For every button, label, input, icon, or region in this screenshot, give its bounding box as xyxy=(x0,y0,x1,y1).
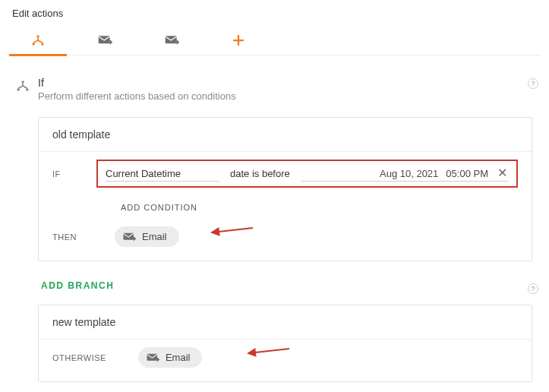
svg-line-11 xyxy=(248,349,289,353)
plus-icon xyxy=(232,33,245,47)
condition-field[interactable]: Current Datetime xyxy=(106,166,219,182)
email-out-icon xyxy=(122,232,136,242)
add-branch-button[interactable]: ADD BRANCH xyxy=(41,280,114,291)
branch-card-2: new template OTHERWISE Email xyxy=(38,305,532,382)
condition-row: IF Current Datetime date is before Aug 1… xyxy=(39,152,532,195)
branch-icon xyxy=(30,33,46,48)
otherwise-row: OTHERWISE Email xyxy=(39,340,532,381)
branch-name[interactable]: old template xyxy=(39,118,532,152)
section-subtitle: Perform different actions based on condi… xyxy=(38,90,532,102)
tab-email-1[interactable] xyxy=(93,25,117,55)
action-chip-email[interactable]: Email xyxy=(115,226,179,247)
tab-branch[interactable] xyxy=(26,25,50,55)
section-title: If xyxy=(38,77,532,89)
annotation-arrow xyxy=(206,223,259,242)
svg-point-6 xyxy=(17,88,20,90)
svg-point-1 xyxy=(33,43,35,45)
page-title: Edit actions xyxy=(8,6,541,25)
annotation-arrow xyxy=(242,344,295,362)
then-row: THEN Email xyxy=(39,219,532,261)
tab-add[interactable] xyxy=(226,25,251,55)
help-icon[interactable]: ? xyxy=(528,78,538,89)
help-icon[interactable]: ? xyxy=(528,283,538,294)
branch-name[interactable]: new template xyxy=(39,305,532,340)
svg-point-2 xyxy=(41,43,43,45)
branch-card-1: old template IF Current Datetime date is… xyxy=(38,117,532,261)
svg-point-0 xyxy=(36,35,39,37)
svg-line-9 xyxy=(212,228,253,232)
email-out-icon xyxy=(146,352,159,363)
condition-box: Current Datetime date is before Aug 10, … xyxy=(96,160,518,188)
email-out-icon xyxy=(164,34,179,46)
action-label: Email xyxy=(166,352,191,363)
condition-operator[interactable]: date is before xyxy=(227,166,293,181)
then-label: THEN xyxy=(52,232,83,242)
if-section: If Perform different actions based on co… xyxy=(8,55,541,390)
condition-time: 05:00 PM xyxy=(446,168,488,179)
action-label: Email xyxy=(142,231,167,242)
branch-icon xyxy=(8,77,38,390)
tab-email-2[interactable] xyxy=(159,25,184,55)
action-chip-email[interactable]: Email xyxy=(138,347,203,368)
if-label: IF xyxy=(52,169,83,179)
email-out-icon xyxy=(97,34,112,46)
otherwise-label: OTHERWISE xyxy=(52,353,106,362)
condition-value[interactable]: Aug 10, 2021 05:00 PM ✕ xyxy=(301,166,509,182)
tabstrip xyxy=(8,25,541,55)
condition-date: Aug 10, 2021 xyxy=(380,168,438,179)
add-condition-button[interactable]: ADD CONDITION xyxy=(121,203,197,212)
close-icon[interactable]: ✕ xyxy=(496,167,509,179)
svg-point-5 xyxy=(21,81,24,83)
svg-point-7 xyxy=(26,88,28,90)
